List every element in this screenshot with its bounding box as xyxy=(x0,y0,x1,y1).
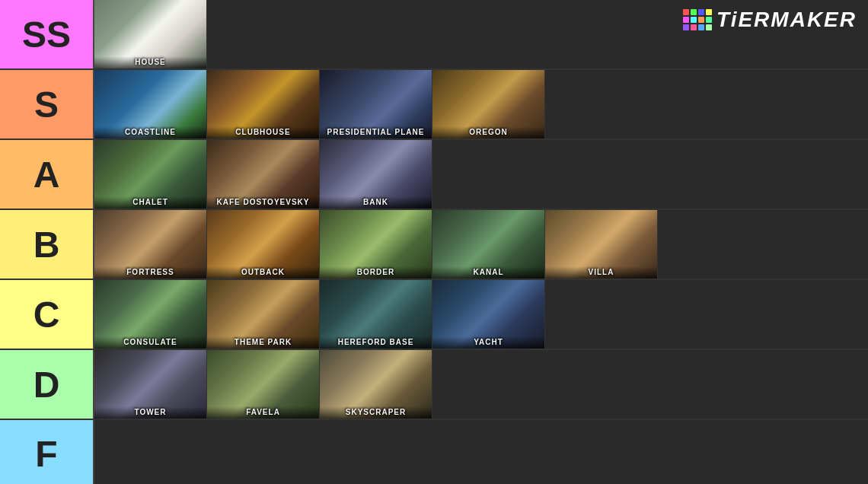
map-card-border[interactable]: BORDER xyxy=(320,210,432,279)
map-label-bank: BANK xyxy=(320,196,432,209)
map-card-kanal[interactable]: KANAL xyxy=(432,210,545,279)
map-label-fortress: FORTRESS xyxy=(94,266,206,279)
map-card-kafe[interactable]: KAFE DOSTOYEVSKY xyxy=(207,140,320,209)
map-image-favela: FAVELA xyxy=(207,350,319,419)
map-card-chalet[interactable]: CHALET xyxy=(94,140,207,209)
map-image-kafe: KAFE DOSTOYEVSKY xyxy=(207,140,319,209)
map-image-themepark: THEME PARK xyxy=(207,280,319,349)
tier-content-s: COASTLINECLUBHOUSEPRESIDENTIAL PLANEOREG… xyxy=(93,70,868,139)
map-label-favela: FAVELA xyxy=(207,406,319,419)
tier-label-s: S xyxy=(0,70,93,139)
map-image-fortress: FORTRESS xyxy=(94,210,206,279)
tier-content-d: TOWERFAVELASKYSCRAPER xyxy=(93,350,868,419)
tier-content-b: FORTRESSOUTBACKBORDERKANALVILLA xyxy=(93,210,868,279)
map-image-yacht: YACHT xyxy=(432,280,544,349)
map-card-villa[interactable]: VILLA xyxy=(545,210,658,279)
map-label-clubhouse: CLUBHOUSE xyxy=(207,126,319,139)
tier-label-ss: SS xyxy=(0,0,93,68)
tier-row-d: DTOWERFAVELASKYSCRAPER xyxy=(0,350,868,420)
map-label-border: BORDER xyxy=(320,266,432,279)
tier-row-s: SCOASTLINECLUBHOUSEPRESIDENTIAL PLANEORE… xyxy=(0,70,868,140)
tier-row-b: BFORTRESSOUTBACKBORDERKANALVILLA xyxy=(0,210,868,280)
map-image-chalet: CHALET xyxy=(94,140,206,209)
map-label-oregon: OREGON xyxy=(432,126,544,139)
map-card-fortress[interactable]: FORTRESS xyxy=(94,210,207,279)
tier-content-c: CONSULATETHEME PARKHEREFORD BASEYACHT xyxy=(93,280,868,349)
map-label-coastline: COASTLINE xyxy=(94,126,206,139)
map-image-clubhouse: CLUBHOUSE xyxy=(207,70,319,139)
tier-label-a: A xyxy=(0,140,93,209)
tier-label-f: F xyxy=(0,420,93,484)
map-image-coastline: COASTLINE xyxy=(94,70,206,139)
map-label-yacht: YACHT xyxy=(432,336,544,349)
map-card-skyscraper[interactable]: SKYSCRAPER xyxy=(320,350,432,419)
map-image-outback: OUTBACK xyxy=(207,210,319,279)
map-card-consulate[interactable]: CONSULATE xyxy=(94,280,207,349)
map-label-kafe: KAFE DOSTOYEVSKY xyxy=(207,196,319,209)
map-card-presidential[interactable]: PRESIDENTIAL PLANE xyxy=(320,70,432,139)
map-label-outback: OUTBACK xyxy=(207,266,319,279)
tier-label-b: B xyxy=(0,210,93,279)
map-image-consulate: CONSULATE xyxy=(94,280,206,349)
map-image-hereford: HEREFORD BASE xyxy=(320,280,432,349)
map-label-kanal: KANAL xyxy=(432,266,544,279)
map-card-hereford[interactable]: HEREFORD BASE xyxy=(320,280,432,349)
tier-row-c: CCONSULATETHEME PARKHEREFORD BASEYACHT xyxy=(0,280,868,350)
map-image-house: HOUSE xyxy=(94,0,206,68)
map-card-coastline[interactable]: COASTLINE xyxy=(94,70,207,139)
map-card-themepark[interactable]: THEME PARK xyxy=(207,280,320,349)
map-image-border: BORDER xyxy=(320,210,432,279)
map-image-presidential: PRESIDENTIAL PLANE xyxy=(320,70,432,139)
map-card-clubhouse[interactable]: CLUBHOUSE xyxy=(207,70,320,139)
logo-grid xyxy=(683,9,712,30)
tier-row-a: ACHALETKAFE DOSTOYEVSKYBANK xyxy=(0,140,868,210)
tier-content-f xyxy=(93,420,868,484)
map-image-villa: VILLA xyxy=(545,210,657,279)
tier-row-f: F xyxy=(0,420,868,484)
map-label-tower: TOWER xyxy=(94,406,206,419)
map-card-house[interactable]: HOUSE xyxy=(94,0,207,68)
map-card-outback[interactable]: OUTBACK xyxy=(207,210,320,279)
map-label-consulate: CONSULATE xyxy=(94,336,206,349)
map-label-hereford: HEREFORD BASE xyxy=(320,336,432,349)
map-card-oregon[interactable]: OREGON xyxy=(432,70,545,139)
map-label-chalet: CHALET xyxy=(94,196,206,209)
map-image-oregon: OREGON xyxy=(432,70,544,139)
map-card-yacht[interactable]: YACHT xyxy=(432,280,545,349)
map-image-kanal: KANAL xyxy=(432,210,544,279)
map-card-tower[interactable]: TOWER xyxy=(94,350,207,419)
map-label-house: HOUSE xyxy=(94,56,206,68)
map-image-bank: BANK xyxy=(320,140,432,209)
map-card-favela[interactable]: FAVELA xyxy=(207,350,320,419)
map-image-tower: TOWER xyxy=(94,350,206,419)
page-wrapper: TiERMAKER SSHOUSESCOASTLINECLUBHOUSEPRES… xyxy=(0,0,868,484)
tier-content-a: CHALETKAFE DOSTOYEVSKYBANK xyxy=(93,140,868,209)
tiermaker-logo: TiERMAKER xyxy=(683,8,857,32)
map-label-skyscraper: SKYSCRAPER xyxy=(320,406,432,419)
map-label-themepark: THEME PARK xyxy=(207,336,319,349)
map-label-presidential: PRESIDENTIAL PLANE xyxy=(320,126,432,139)
map-card-bank[interactable]: BANK xyxy=(320,140,432,209)
tier-label-c: C xyxy=(0,280,93,349)
map-image-skyscraper: SKYSCRAPER xyxy=(320,350,432,419)
tier-container: SSHOUSESCOASTLINECLUBHOUSEPRESIDENTIAL P… xyxy=(0,0,868,484)
map-label-villa: VILLA xyxy=(545,266,657,279)
tier-label-d: D xyxy=(0,350,93,419)
logo-text: TiERMAKER xyxy=(716,8,857,32)
